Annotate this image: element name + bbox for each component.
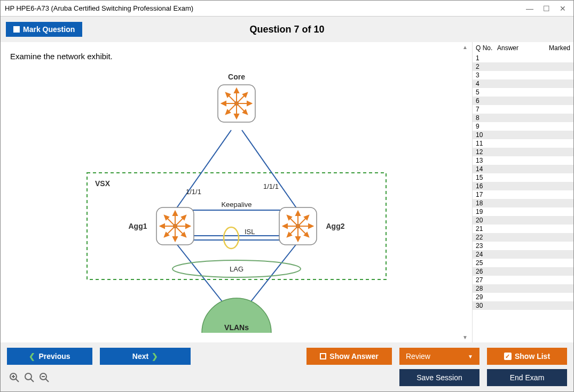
question-row[interactable]: 22	[473, 233, 573, 242]
app-window: HP HPE6-A73 (Aruba Certified Switching P…	[0, 0, 574, 392]
question-row[interactable]: 25	[473, 259, 573, 267]
svg-text:VSX: VSX	[95, 179, 111, 188]
svg-line-3	[175, 130, 231, 210]
svg-text:1/1/1: 1/1/1	[186, 188, 201, 196]
minimize-icon[interactable]: —	[526, 4, 533, 13]
show-list-button[interactable]: ✓ Show List	[487, 348, 567, 365]
scroll-down-icon[interactable]: ▼	[462, 334, 471, 340]
main-scroll-indicator: ▲ ▼	[462, 44, 471, 340]
question-row[interactable]: 3	[473, 71, 573, 79]
question-row[interactable]: 23	[473, 242, 573, 250]
checkbox-icon	[13, 26, 20, 33]
next-button[interactable]: Next ❯	[100, 348, 191, 365]
question-row[interactable]: 24	[473, 250, 573, 259]
question-row[interactable]: 8	[473, 114, 573, 122]
scroll-up-icon[interactable]: ▲	[462, 44, 471, 50]
question-row[interactable]: 7	[473, 105, 573, 114]
footer: ❮ Previous Next ❯ Show Answer Review ▼ ✓…	[1, 342, 573, 391]
show-answer-button[interactable]: Show Answer	[306, 348, 392, 365]
svg-line-81	[31, 379, 34, 382]
question-row[interactable]: 21	[473, 225, 573, 233]
zoom-in-icon[interactable]	[9, 372, 20, 383]
previous-button[interactable]: ❮ Previous	[7, 348, 92, 365]
question-row[interactable]: 12	[473, 148, 573, 156]
window-title: HP HPE6-A73 (Aruba Certified Switching P…	[5, 4, 526, 12]
question-row[interactable]: 1	[473, 54, 573, 62]
mark-question-label: Mark Question	[23, 25, 75, 34]
svg-text:1/1/1: 1/1/1	[263, 182, 279, 190]
chevron-right-icon: ❯	[152, 352, 158, 361]
question-row[interactable]: 29	[473, 293, 573, 301]
question-row[interactable]: 30	[473, 301, 573, 310]
qlist-header: Q No. Answer Marked	[473, 42, 573, 54]
titlebar: HP HPE6-A73 (Aruba Certified Switching P…	[1, 1, 573, 17]
col-marked: Marked	[544, 44, 570, 52]
question-row[interactable]: 19	[473, 207, 573, 216]
review-label: Review	[406, 352, 430, 361]
svg-text:Keepalive: Keepalive	[221, 201, 251, 209]
question-list-panel: Q No. Answer Marked 12345678910111213141…	[472, 42, 573, 342]
review-dropdown[interactable]: Review ▼	[399, 348, 479, 365]
end-exam-label: End Exam	[510, 373, 545, 382]
show-list-label: Show List	[515, 352, 550, 361]
previous-label: Previous	[38, 352, 70, 361]
question-list[interactable]: 1234567891011121314151617181920212223242…	[473, 54, 573, 342]
question-row[interactable]: 4	[473, 79, 573, 88]
svg-text:Agg1: Agg1	[128, 222, 147, 230]
question-row[interactable]: 20	[473, 216, 573, 225]
end-exam-button[interactable]: End Exam	[487, 369, 567, 386]
question-row[interactable]: 2	[473, 62, 573, 71]
question-row[interactable]: 10	[473, 131, 573, 139]
save-session-button[interactable]: Save Session	[399, 369, 479, 386]
save-session-label: Save Session	[416, 373, 462, 382]
svg-text:ISL: ISL	[245, 228, 255, 236]
svg-line-83	[46, 379, 49, 382]
square-icon	[320, 353, 326, 359]
next-label: Next	[132, 352, 148, 361]
svg-text:Agg2: Agg2	[326, 222, 344, 230]
question-row[interactable]: 15	[473, 173, 573, 182]
question-row[interactable]: 18	[473, 199, 573, 207]
question-row[interactable]: 11	[473, 139, 573, 148]
check-icon: ✓	[504, 353, 512, 360]
question-row[interactable]: 27	[473, 276, 573, 284]
network-diagram: VSX Core 1/1/1 1/1/1 Keepalive ISL	[71, 66, 402, 333]
zoom-reset-icon[interactable]	[24, 372, 35, 383]
maximize-icon[interactable]: ☐	[543, 4, 550, 13]
col-qno: Q No.	[476, 44, 497, 52]
svg-line-14	[247, 242, 298, 306]
question-prompt: Examine the network exhibit.	[10, 52, 462, 61]
question-row[interactable]: 6	[473, 97, 573, 105]
question-row[interactable]: 26	[473, 267, 573, 276]
close-icon[interactable]: ✕	[560, 4, 566, 13]
question-row[interactable]: 28	[473, 284, 573, 293]
svg-text:10, 20: 10, 20	[226, 332, 247, 333]
col-answer: Answer	[497, 44, 544, 52]
question-row[interactable]: 9	[473, 122, 573, 131]
svg-point-11	[224, 227, 239, 249]
svg-text:VLANs: VLANs	[224, 323, 249, 332]
mark-question-button[interactable]: Mark Question	[6, 22, 82, 37]
question-row[interactable]: 17	[473, 190, 573, 199]
chevron-left-icon: ❮	[29, 352, 35, 361]
body: Examine the network exhibit. VSX Core 1/…	[1, 42, 573, 342]
main-pane: Examine the network exhibit. VSX Core 1/…	[1, 42, 472, 342]
svg-text:LAG: LAG	[229, 265, 243, 273]
question-row[interactable]: 14	[473, 165, 573, 173]
question-row[interactable]: 13	[473, 156, 573, 165]
question-row[interactable]: 16	[473, 182, 573, 190]
svg-text:Core: Core	[228, 73, 245, 81]
window-controls: — ☐ ✕	[526, 4, 569, 13]
svg-line-4	[242, 130, 298, 210]
question-row[interactable]: 5	[473, 88, 573, 97]
svg-line-77	[16, 379, 19, 382]
chevron-down-icon: ▼	[468, 354, 473, 359]
svg-line-13	[175, 242, 226, 306]
header: Mark Question Question 7 of 10	[1, 17, 573, 42]
show-answer-label: Show Answer	[329, 352, 378, 361]
zoom-controls	[7, 372, 50, 383]
svg-point-80	[25, 373, 32, 380]
zoom-out-icon[interactable]	[39, 372, 50, 383]
question-counter: Question 7 of 10	[249, 24, 324, 35]
